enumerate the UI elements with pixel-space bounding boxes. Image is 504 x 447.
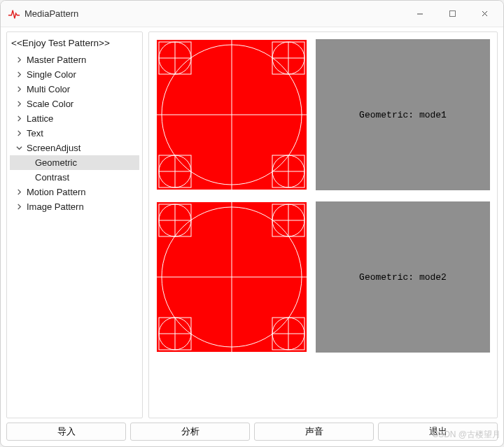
app-icon bbox=[8, 8, 20, 20]
tree-child-label: Contrast bbox=[35, 172, 69, 183]
tree-item-single-color[interactable]: Single Color bbox=[10, 67, 139, 82]
tree-item-screen-adjust[interactable]: ScreenAdjust bbox=[10, 141, 139, 155]
chevron-right-icon bbox=[14, 57, 24, 63]
tree-item-lattice[interactable]: Lattice bbox=[10, 111, 139, 126]
exit-button[interactable]: 退出 bbox=[378, 423, 498, 441]
tree-item-multi-color[interactable]: Multi Color bbox=[10, 82, 139, 97]
pattern-row: Geometric: mode2 bbox=[156, 201, 490, 353]
chevron-right-icon bbox=[14, 71, 24, 78]
chevron-right-icon bbox=[14, 130, 24, 136]
tree-item-label: ScreenAdjust bbox=[27, 143, 138, 153]
tree-item-motion-pattern[interactable]: Motion Pattern bbox=[10, 185, 139, 199]
sound-button[interactable]: 声音 bbox=[254, 423, 374, 441]
tree-item-scale-color[interactable]: Scale Color bbox=[10, 97, 139, 111]
tree-header: <<Enjoy Test Pattern>> bbox=[11, 38, 138, 48]
tree-item-master-pattern[interactable]: Master Pattern bbox=[10, 52, 139, 67]
pattern-thumbnail[interactable] bbox=[156, 201, 307, 353]
app-window: MediaPattern <<Enjoy Test Pattern>> Mast… bbox=[0, 0, 504, 447]
tree-item-image-pattern[interactable]: Image Pattern bbox=[10, 199, 139, 214]
chevron-right-icon bbox=[14, 86, 24, 92]
tree-item-label: Master Pattern bbox=[27, 55, 138, 65]
chevron-right-icon bbox=[14, 115, 24, 122]
chevron-down-icon bbox=[14, 145, 24, 151]
import-button[interactable]: 导入 bbox=[6, 423, 126, 441]
close-button[interactable] bbox=[468, 3, 500, 25]
tree-item-label: Text bbox=[27, 128, 138, 139]
pattern-description[interactable]: Geometric: mode2 bbox=[316, 201, 490, 353]
tree-child-geometric[interactable]: Geometric bbox=[10, 155, 139, 170]
pattern-description[interactable]: Geometric: mode1 bbox=[316, 39, 490, 190]
tree-item-label: Image Pattern bbox=[27, 201, 138, 212]
tree-child-contrast[interactable]: Contrast bbox=[10, 170, 139, 185]
content-panel: Geometric: mode1 bbox=[148, 31, 498, 418]
pattern-caption: Geometric: mode2 bbox=[359, 272, 447, 283]
tree-item-label: Single Color bbox=[27, 69, 138, 80]
pattern-thumbnail[interactable] bbox=[156, 39, 307, 190]
chevron-right-icon bbox=[14, 204, 24, 210]
titlebar: MediaPattern bbox=[1, 1, 503, 27]
tree-child-label: Geometric bbox=[35, 157, 77, 168]
tree-item-text[interactable]: Text bbox=[10, 126, 139, 141]
chevron-right-icon bbox=[14, 189, 24, 195]
footer: 导入 分析 声音 退出 bbox=[1, 420, 503, 446]
svg-rect-1 bbox=[449, 11, 455, 17]
tree-item-label: Scale Color bbox=[27, 99, 138, 109]
body: <<Enjoy Test Pattern>> Master Pattern Si… bbox=[1, 27, 503, 420]
tree-item-label: Lattice bbox=[27, 113, 138, 124]
window-title: MediaPattern bbox=[24, 8, 78, 19]
tree-item-label: Multi Color bbox=[27, 84, 138, 94]
pattern-row: Geometric: mode1 bbox=[156, 39, 490, 190]
tree-item-label: Motion Pattern bbox=[27, 187, 138, 197]
sidebar: <<Enjoy Test Pattern>> Master Pattern Si… bbox=[6, 31, 143, 418]
maximize-button[interactable] bbox=[436, 3, 468, 25]
minimize-button[interactable] bbox=[404, 3, 436, 25]
analyze-button[interactable]: 分析 bbox=[130, 423, 250, 441]
pattern-caption: Geometric: mode1 bbox=[359, 110, 447, 120]
chevron-right-icon bbox=[14, 101, 24, 107]
